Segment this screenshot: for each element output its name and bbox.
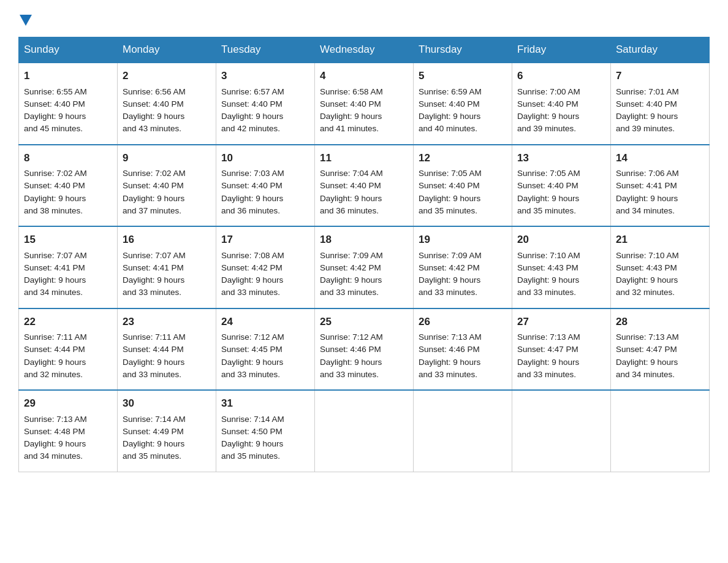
- daylight-text: Daylight: 9 hours: [419, 358, 480, 367]
- daylight-minutes: and 45 minutes.: [24, 124, 83, 133]
- table-row: [315, 390, 414, 472]
- sunrise-text: Sunrise: 7:09 AM: [419, 251, 482, 260]
- day-number: 15: [24, 232, 112, 248]
- sunset-text: Sunset: 4:40 PM: [320, 181, 381, 190]
- table-row: 4Sunrise: 6:58 AMSunset: 4:40 PMDaylight…: [315, 63, 414, 145]
- sunrise-text: Sunrise: 7:05 AM: [419, 169, 482, 178]
- table-row: 17Sunrise: 7:08 AMSunset: 4:42 PMDayligh…: [216, 226, 315, 308]
- table-row: 16Sunrise: 7:07 AMSunset: 4:41 PMDayligh…: [118, 226, 216, 308]
- day-number: 18: [320, 232, 408, 248]
- daylight-minutes: and 35 minutes.: [419, 206, 477, 215]
- table-row: 18Sunrise: 7:09 AMSunset: 4:42 PMDayligh…: [315, 226, 414, 308]
- daylight-minutes: and 36 minutes.: [221, 206, 280, 215]
- daylight-minutes: and 34 minutes.: [24, 288, 83, 297]
- weekday-header-wednesday: Wednesday: [315, 37, 414, 63]
- sunrise-text: Sunrise: 7:01 AM: [616, 87, 679, 96]
- daylight-text: Daylight: 9 hours: [24, 275, 86, 285]
- daylight-text: Daylight: 9 hours: [616, 194, 678, 203]
- table-row: 3Sunrise: 6:57 AMSunset: 4:40 PMDaylight…: [216, 63, 315, 145]
- logo: [18, 12, 32, 25]
- day-number: 23: [123, 314, 211, 330]
- sunset-text: Sunset: 4:40 PM: [221, 99, 282, 109]
- daylight-minutes: and 40 minutes.: [419, 124, 477, 133]
- daylight-text: Daylight: 9 hours: [517, 112, 579, 121]
- table-row: 20Sunrise: 7:10 AMSunset: 4:43 PMDayligh…: [512, 226, 611, 308]
- day-number: 31: [221, 396, 309, 412]
- table-row: 13Sunrise: 7:05 AMSunset: 4:40 PMDayligh…: [512, 145, 611, 227]
- table-row: [611, 390, 710, 472]
- daylight-minutes: and 33 minutes.: [320, 288, 379, 297]
- table-row: 14Sunrise: 7:06 AMSunset: 4:41 PMDayligh…: [611, 145, 710, 227]
- daylight-minutes: and 33 minutes.: [320, 370, 379, 379]
- day-number: 2: [123, 68, 211, 84]
- daylight-text: Daylight: 9 hours: [24, 112, 86, 121]
- table-row: 23Sunrise: 7:11 AMSunset: 4:44 PMDayligh…: [118, 308, 216, 391]
- sunset-text: Sunset: 4:40 PM: [517, 181, 578, 190]
- table-row: 27Sunrise: 7:13 AMSunset: 4:47 PMDayligh…: [512, 308, 611, 391]
- table-row: 8Sunrise: 7:02 AMSunset: 4:40 PMDaylight…: [19, 145, 118, 227]
- sunset-text: Sunset: 4:46 PM: [419, 345, 480, 354]
- table-row: 26Sunrise: 7:13 AMSunset: 4:46 PMDayligh…: [414, 308, 512, 391]
- table-row: 9Sunrise: 7:02 AMSunset: 4:40 PMDaylight…: [118, 145, 216, 227]
- daylight-minutes: and 32 minutes.: [24, 370, 83, 379]
- table-row: 12Sunrise: 7:05 AMSunset: 4:40 PMDayligh…: [414, 145, 512, 227]
- day-number: 19: [419, 232, 507, 248]
- table-row: 11Sunrise: 7:04 AMSunset: 4:40 PMDayligh…: [315, 145, 414, 227]
- daylight-text: Daylight: 9 hours: [419, 275, 480, 285]
- daylight-text: Daylight: 9 hours: [123, 439, 184, 448]
- daylight-minutes: and 39 minutes.: [616, 124, 675, 133]
- daylight-minutes: and 34 minutes.: [616, 206, 675, 215]
- daylight-text: Daylight: 9 hours: [419, 112, 480, 121]
- sunrise-text: Sunrise: 7:09 AM: [320, 251, 383, 260]
- sunrise-text: Sunrise: 6:57 AM: [221, 87, 284, 96]
- sunset-text: Sunset: 4:40 PM: [419, 181, 480, 190]
- daylight-minutes: and 33 minutes.: [517, 370, 576, 379]
- daylight-text: Daylight: 9 hours: [24, 358, 86, 367]
- sunrise-text: Sunrise: 7:12 AM: [320, 332, 383, 342]
- daylight-text: Daylight: 9 hours: [320, 194, 382, 203]
- daylight-text: Daylight: 9 hours: [517, 275, 579, 285]
- logo-arrow-icon: [20, 15, 32, 26]
- sunset-text: Sunset: 4:43 PM: [517, 263, 578, 272]
- day-number: 27: [517, 314, 605, 330]
- sunrise-text: Sunrise: 7:13 AM: [616, 332, 679, 342]
- daylight-text: Daylight: 9 hours: [616, 275, 678, 285]
- table-row: 19Sunrise: 7:09 AMSunset: 4:42 PMDayligh…: [414, 226, 512, 308]
- table-row: 7Sunrise: 7:01 AMSunset: 4:40 PMDaylight…: [611, 63, 710, 145]
- daylight-minutes: and 43 minutes.: [123, 124, 181, 133]
- table-row: 22Sunrise: 7:11 AMSunset: 4:44 PMDayligh…: [19, 308, 118, 391]
- table-row: 2Sunrise: 6:56 AMSunset: 4:40 PMDaylight…: [118, 63, 216, 145]
- sunrise-text: Sunrise: 7:13 AM: [517, 332, 580, 342]
- sunset-text: Sunset: 4:40 PM: [24, 181, 85, 190]
- table-row: 25Sunrise: 7:12 AMSunset: 4:46 PMDayligh…: [315, 308, 414, 391]
- daylight-minutes: and 35 minutes.: [123, 451, 181, 461]
- sunrise-text: Sunrise: 7:06 AM: [616, 169, 679, 178]
- daylight-text: Daylight: 9 hours: [517, 358, 579, 367]
- daylight-minutes: and 33 minutes.: [419, 288, 477, 297]
- daylight-text: Daylight: 9 hours: [123, 194, 184, 203]
- table-row: 28Sunrise: 7:13 AMSunset: 4:47 PMDayligh…: [611, 308, 710, 391]
- table-row: 24Sunrise: 7:12 AMSunset: 4:45 PMDayligh…: [216, 308, 315, 391]
- day-number: 13: [517, 150, 605, 166]
- table-row: 15Sunrise: 7:07 AMSunset: 4:41 PMDayligh…: [19, 226, 118, 308]
- weekday-header-tuesday: Tuesday: [216, 37, 315, 63]
- sunrise-text: Sunrise: 7:14 AM: [221, 415, 284, 424]
- table-row: [512, 390, 611, 472]
- sunrise-text: Sunrise: 6:58 AM: [320, 87, 383, 96]
- weekday-header-saturday: Saturday: [611, 37, 710, 63]
- sunset-text: Sunset: 4:40 PM: [123, 181, 184, 190]
- daylight-minutes: and 34 minutes.: [24, 451, 83, 461]
- table-row: 1Sunrise: 6:55 AMSunset: 4:40 PMDaylight…: [19, 63, 118, 145]
- daylight-minutes: and 38 minutes.: [24, 206, 83, 215]
- day-number: 5: [419, 68, 507, 84]
- day-number: 29: [24, 396, 112, 412]
- daylight-text: Daylight: 9 hours: [221, 112, 283, 121]
- sunrise-text: Sunrise: 7:13 AM: [24, 415, 87, 424]
- sunset-text: Sunset: 4:42 PM: [320, 263, 381, 272]
- sunrise-text: Sunrise: 7:05 AM: [517, 169, 580, 178]
- table-row: 5Sunrise: 6:59 AMSunset: 4:40 PMDaylight…: [414, 63, 512, 145]
- daylight-text: Daylight: 9 hours: [24, 439, 86, 448]
- sunrise-text: Sunrise: 7:11 AM: [24, 332, 87, 342]
- sunset-text: Sunset: 4:44 PM: [24, 345, 85, 354]
- sunset-text: Sunset: 4:41 PM: [24, 263, 85, 272]
